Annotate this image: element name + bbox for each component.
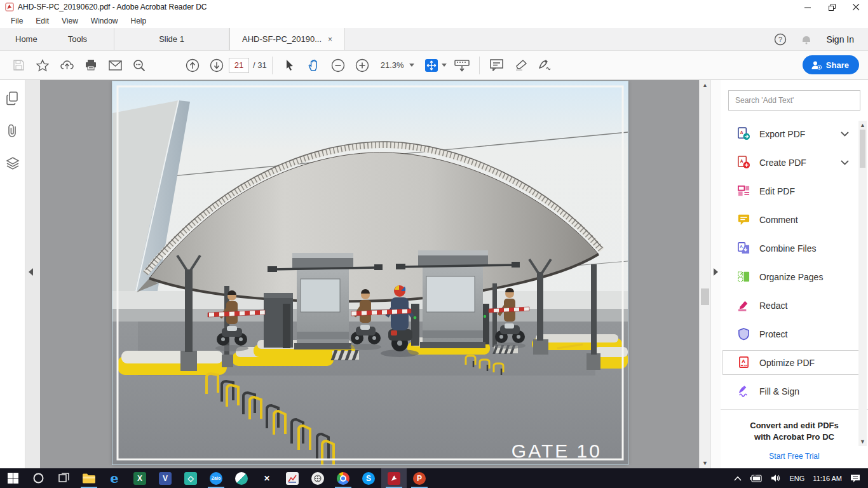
scrollbar-thumb[interactable] — [701, 288, 709, 305]
menu-help[interactable]: Help — [125, 15, 153, 27]
start-free-trial-link[interactable]: Start Free Trial — [721, 452, 868, 461]
svg-text:?: ? — [778, 36, 782, 43]
restore-button[interactable] — [820, 0, 844, 14]
tab-tools[interactable]: Tools — [53, 28, 102, 50]
close-button[interactable] — [844, 0, 868, 14]
scroll-down-icon[interactable]: ▼ — [700, 460, 710, 466]
sign-in-link[interactable]: Sign In — [826, 34, 854, 44]
action-center-icon[interactable] — [850, 474, 860, 483]
chart-app-taskbar-icon[interactable] — [280, 468, 305, 488]
hand-tool-button[interactable] — [302, 55, 326, 76]
red-app-taskbar-icon[interactable]: ✕ — [254, 468, 280, 488]
tab-current-document[interactable]: AHD-SF-PC_20190... × — [229, 28, 345, 50]
tool-create-pdf[interactable]: A Create PDF — [721, 148, 868, 177]
powerpoint-taskbar-icon[interactable]: P — [407, 468, 432, 488]
battery-icon[interactable] — [750, 475, 763, 482]
menu-file[interactable]: File — [5, 15, 29, 27]
zoom-out-button[interactable] — [326, 55, 350, 76]
edge-taskbar-icon[interactable]: e — [102, 468, 127, 488]
panel-scrollbar[interactable]: ▲ ▼ — [858, 121, 867, 446]
notification-bell-icon[interactable] — [801, 33, 812, 46]
comment-icon — [737, 213, 750, 226]
organize-pages-icon — [737, 270, 750, 283]
zoom-in-button[interactable] — [350, 55, 374, 76]
cortana-search-button[interactable] — [25, 468, 51, 488]
edit-pdf-icon — [737, 184, 750, 198]
tool-protect[interactable]: Protect — [721, 320, 868, 348]
tool-combine-files[interactable]: A Combine Files — [721, 234, 868, 262]
film-reel-taskbar-icon[interactable] — [305, 468, 330, 488]
tool-fill-sign[interactable]: Fill & Sign — [721, 377, 868, 405]
tab-slide1[interactable]: Slide 1 — [114, 28, 229, 50]
task-view-button[interactable] — [51, 468, 76, 488]
collapse-right-arrow-icon[interactable] — [714, 268, 718, 276]
tool-redact[interactable]: Redact — [721, 291, 868, 320]
layers-icon[interactable] — [6, 156, 20, 170]
toolbar: / 31 21.3% Share — [0, 51, 868, 80]
comment-tool-button[interactable] — [485, 55, 509, 76]
vertical-scrollbar[interactable]: ▲ ▼ — [699, 80, 710, 468]
menu-window[interactable]: Window — [85, 15, 124, 27]
create-pdf-icon: A — [737, 156, 750, 169]
left-panel-strip[interactable] — [25, 80, 40, 468]
star-button[interactable] — [31, 55, 55, 76]
visio-taskbar-icon[interactable]: V — [153, 468, 178, 488]
page-thumbnails-icon[interactable] — [6, 92, 19, 105]
tools-search-input[interactable] — [728, 90, 860, 111]
document-viewer[interactable]: GATE 10 — [40, 80, 699, 468]
tool-export-pdf[interactable]: A Export PDF — [721, 119, 868, 148]
volume-icon[interactable] — [771, 474, 781, 482]
highlight-tool-button[interactable] — [509, 55, 533, 76]
windows-taskbar: e X V ◇ Zalo ✕ S P ENG 11:16 AM — [0, 468, 868, 488]
tool-optimize-pdf[interactable]: A Optimize PDF — [721, 348, 868, 377]
tab-home[interactable]: Home — [0, 28, 53, 50]
page-number-input[interactable] — [229, 58, 249, 73]
zoom-level-dropdown[interactable]: 21.3% — [381, 60, 414, 70]
tool-edit-pdf[interactable]: Edit PDF — [721, 177, 868, 205]
svg-text:A: A — [742, 358, 745, 364]
teal-app-taskbar-icon[interactable]: ◇ — [178, 468, 203, 488]
acrobat-taskbar-icon[interactable] — [381, 468, 407, 488]
share-cloud-button[interactable] — [55, 55, 79, 76]
hidden-icons-chevron[interactable] — [734, 476, 742, 481]
menu-view[interactable]: View — [56, 15, 84, 27]
excel-taskbar-icon[interactable]: X — [127, 468, 153, 488]
share-person-icon — [811, 60, 822, 70]
chevron-down-icon[interactable] — [841, 160, 849, 165]
minimize-button[interactable] — [796, 0, 820, 14]
previous-page-button[interactable] — [180, 55, 205, 76]
search-button[interactable] — [127, 55, 151, 76]
chevron-down-icon[interactable] — [841, 132, 849, 137]
chrome-taskbar-icon[interactable] — [330, 468, 356, 488]
next-page-button[interactable] — [205, 55, 229, 76]
language-indicator[interactable]: ENG — [789, 475, 804, 482]
fit-page-dropdown[interactable] — [421, 55, 450, 76]
globe-app-taskbar-icon[interactable] — [229, 468, 254, 488]
attachments-icon[interactable] — [7, 123, 18, 139]
right-panel-strip[interactable] — [710, 80, 721, 468]
zalo-taskbar-icon[interactable]: Zalo — [203, 468, 229, 488]
start-button[interactable] — [0, 468, 25, 488]
tool-organize-pages[interactable]: Organize Pages — [721, 262, 868, 291]
gate-label: GATE 10 — [512, 440, 602, 461]
menu-edit[interactable]: Edit — [30, 15, 55, 27]
protect-shield-icon — [737, 327, 750, 341]
share-button[interactable]: Share — [803, 55, 859, 74]
redact-icon — [737, 299, 750, 312]
select-tool-button[interactable] — [278, 55, 302, 76]
skype-taskbar-icon[interactable]: S — [356, 468, 381, 488]
optimize-pdf-icon: A — [737, 356, 750, 369]
file-explorer-taskbar-icon[interactable] — [76, 468, 102, 488]
tab-close-icon[interactable]: × — [328, 35, 332, 44]
clock[interactable]: 11:16 AM — [813, 475, 842, 482]
sign-tool-button[interactable] — [533, 55, 557, 76]
menu-bar: File Edit View Window Help — [0, 14, 868, 28]
tool-comment[interactable]: Comment — [721, 205, 868, 234]
reading-mode-button[interactable] — [450, 55, 474, 76]
print-button[interactable] — [79, 55, 103, 76]
email-button[interactable] — [103, 55, 127, 76]
help-icon[interactable]: ? — [774, 33, 787, 46]
save-button[interactable] — [6, 55, 31, 76]
scroll-up-icon[interactable]: ▲ — [700, 82, 710, 88]
collapse-left-arrow-icon[interactable] — [29, 268, 33, 276]
